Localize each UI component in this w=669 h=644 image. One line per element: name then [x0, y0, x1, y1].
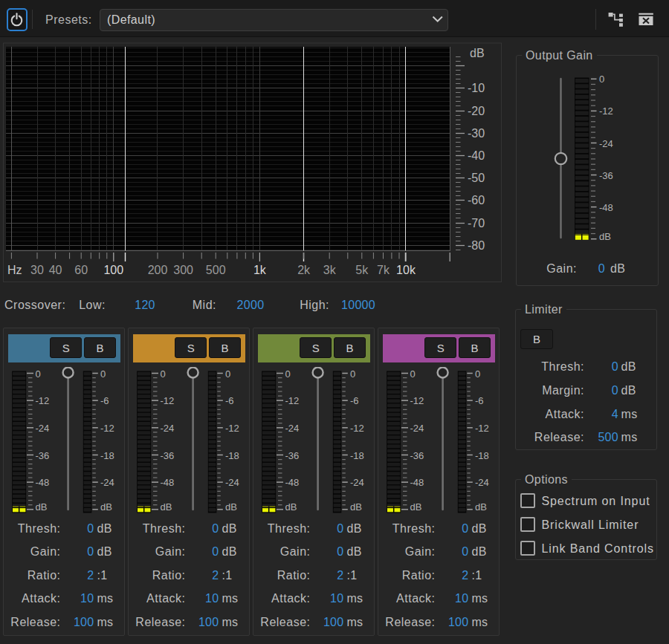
- svg-text:-12: -12: [285, 395, 299, 406]
- svg-text:-10: -10: [468, 82, 485, 94]
- svg-text:-24: -24: [285, 423, 299, 434]
- svg-text:-40: -40: [468, 149, 485, 162]
- svg-text:-18: -18: [475, 450, 489, 461]
- svg-text:60: 60: [74, 264, 88, 276]
- svg-text:-24: -24: [475, 477, 489, 488]
- svg-text:30: 30: [30, 264, 44, 276]
- svg-text:300: 300: [173, 264, 193, 276]
- svg-text:3k: 3k: [323, 264, 337, 276]
- svg-text:dB: dB: [225, 501, 237, 513]
- svg-text:dB: dB: [470, 47, 485, 59]
- svg-text:Hz: Hz: [7, 264, 22, 276]
- svg-text:-12: -12: [599, 105, 613, 117]
- svg-text:-12: -12: [475, 423, 489, 434]
- svg-text:0: 0: [410, 368, 415, 380]
- svg-text:-48: -48: [599, 202, 613, 213]
- svg-text:-36: -36: [160, 450, 174, 461]
- svg-text:2k: 2k: [297, 264, 311, 276]
- svg-text:-50: -50: [468, 172, 485, 184]
- svg-text:-24: -24: [100, 477, 114, 488]
- svg-text:0: 0: [225, 368, 230, 380]
- svg-text:0: 0: [100, 368, 106, 380]
- svg-text:-48: -48: [285, 477, 299, 488]
- svg-text:10k: 10k: [396, 264, 416, 276]
- svg-text:0: 0: [285, 368, 290, 380]
- svg-text:dB: dB: [285, 501, 297, 513]
- svg-text:5k: 5k: [355, 264, 369, 276]
- svg-text:1k: 1k: [253, 264, 267, 276]
- svg-text:-18: -18: [225, 450, 239, 461]
- svg-text:dB: dB: [410, 501, 421, 513]
- svg-text:-36: -36: [285, 450, 299, 461]
- svg-text:-6: -6: [100, 395, 109, 406]
- svg-text:-24: -24: [160, 423, 174, 434]
- svg-text:-24: -24: [410, 423, 424, 434]
- svg-text:-70: -70: [468, 217, 485, 230]
- svg-text:dB: dB: [100, 501, 112, 513]
- svg-text:-24: -24: [225, 477, 239, 488]
- svg-text:0: 0: [475, 368, 480, 380]
- svg-text:100: 100: [103, 264, 123, 276]
- svg-text:dB: dB: [599, 231, 611, 242]
- svg-text:0: 0: [160, 368, 165, 380]
- svg-text:-12: -12: [100, 423, 114, 434]
- svg-text:-60: -60: [468, 194, 485, 206]
- svg-text:0: 0: [350, 368, 355, 380]
- svg-text:-18: -18: [350, 450, 364, 461]
- svg-text:-36: -36: [599, 170, 613, 181]
- svg-text:dB: dB: [350, 501, 362, 513]
- svg-text:-12: -12: [350, 423, 364, 434]
- svg-text:500: 500: [206, 264, 226, 276]
- svg-text:-24: -24: [599, 138, 613, 149]
- svg-text:-12: -12: [35, 395, 49, 406]
- svg-text:dB: dB: [35, 501, 47, 513]
- svg-text:-6: -6: [225, 395, 234, 406]
- svg-text:-48: -48: [410, 477, 424, 488]
- svg-text:200: 200: [148, 264, 168, 276]
- svg-text:-6: -6: [350, 395, 359, 406]
- svg-text:-48: -48: [35, 477, 49, 488]
- svg-text:-12: -12: [160, 395, 174, 406]
- svg-text:-48: -48: [160, 477, 174, 488]
- svg-text:-24: -24: [35, 423, 49, 434]
- svg-text:-12: -12: [410, 395, 424, 406]
- svg-text:-80: -80: [468, 239, 485, 252]
- svg-text:-20: -20: [468, 105, 485, 117]
- svg-text:-6: -6: [475, 395, 484, 406]
- svg-text:dB: dB: [475, 501, 487, 513]
- svg-text:-24: -24: [350, 477, 364, 488]
- svg-text:-18: -18: [100, 450, 114, 461]
- svg-text:0: 0: [35, 368, 40, 380]
- svg-text:-36: -36: [35, 450, 49, 461]
- svg-text:-30: -30: [468, 127, 485, 140]
- svg-text:-12: -12: [225, 423, 239, 434]
- svg-text:dB: dB: [160, 501, 172, 513]
- svg-text:40: 40: [49, 264, 62, 276]
- svg-text:7k: 7k: [377, 264, 390, 276]
- svg-text:-36: -36: [410, 450, 424, 461]
- svg-text:0: 0: [599, 74, 604, 85]
